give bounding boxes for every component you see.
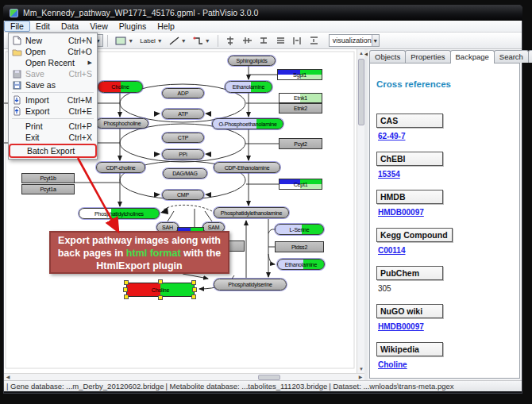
distribute-vertical-button[interactable] <box>306 34 322 48</box>
pathway-node-phosphatidylethanolamine[interactable]: Phosphatidylethanolamine <box>214 207 289 218</box>
pathway-node-atp[interactable]: ATP <box>162 109 204 119</box>
menubar-item-file[interactable]: File <box>4 21 30 32</box>
selection-handle[interactable] <box>158 295 163 300</box>
pathway-node-adp[interactable]: ADP <box>162 88 204 98</box>
status-segment: | Metabolite database: ...tabolites_1112… <box>165 382 327 391</box>
stack-vertical-button[interactable] <box>273 34 288 48</box>
panel-tabs: ObjectsPropertiesBackpageSearchLegend <box>369 50 532 63</box>
pathway-node-etnk2[interactable]: Etnk2 <box>279 103 322 114</box>
menu-icon-spacer <box>11 58 22 67</box>
pathway-node-etnk1[interactable]: Etnk1 <box>279 93 322 103</box>
selection-handle[interactable] <box>158 279 163 284</box>
pathway-node-ethanolamine[interactable]: Ethanolamine <box>277 259 325 270</box>
crossref-source-header: Wikipedia <box>376 342 443 356</box>
pathway-node-cdp-ethanolamine[interactable]: CDP-Ethanolamine <box>214 162 280 173</box>
horizontal-scroll-thumb[interactable] <box>258 375 280 380</box>
pathway-node-pcyt1b[interactable]: Pcyt1b <box>21 173 75 183</box>
file-menu-item-print[interactable]: PrintCtrl+P <box>9 121 97 132</box>
align-center-button[interactable] <box>223 34 238 48</box>
title-bar[interactable]: Mm_Kennedy_pathway_WP1771_45176.gpml - P… <box>3 5 522 21</box>
pathway-node-o-phosphoethanolamine[interactable]: O-Phosphoethanolamine <box>212 118 283 129</box>
pathway-node-sgpl1[interactable]: Sgpl1 <box>277 69 322 80</box>
file-menu-item-exit[interactable]: ExitCtrl+X <box>9 132 97 143</box>
chevron-down-icon: ▼ <box>128 38 133 44</box>
selection-handle[interactable] <box>191 294 196 299</box>
align-middle-button[interactable] <box>240 34 255 48</box>
file-menu-item-save[interactable]: SaveCtrl+S <box>9 68 97 79</box>
selection-handle[interactable] <box>123 287 128 292</box>
distribute-horizontal-button[interactable] <box>290 34 305 48</box>
connector-tool-button[interactable]: ▼ <box>191 34 213 48</box>
node-label: Sgpl1 <box>278 70 322 79</box>
node-label: Etnk2 <box>279 104 322 113</box>
crossref-link[interactable]: 15354 <box>378 170 513 179</box>
crossref-section-cas: CAS62-49-7 <box>376 113 513 140</box>
pathway-node-ptdss2[interactable]: Ptdss2 <box>275 241 324 252</box>
tab-backpage[interactable]: Backpage <box>450 50 495 63</box>
crossref-section-nugo-wiki: NuGO wikiHMDB00097 <box>376 303 513 331</box>
horizontal-scrollbar[interactable]: ◀ ▶ <box>4 373 364 380</box>
pathway-node-ppi[interactable]: PPi <box>162 149 204 160</box>
visualization-combobox[interactable]: visualization ▼ <box>329 34 380 47</box>
tab-search[interactable]: Search <box>494 50 529 63</box>
menu-item-label: Batch Export <box>27 146 75 156</box>
tab-objects[interactable]: Objects <box>369 50 406 63</box>
file-menu-item-save-as[interactable]: Save as <box>9 79 97 90</box>
visualization-dropdown-icon[interactable]: ▼ <box>372 35 379 46</box>
pathway-node-phosphocholine[interactable]: Phosphocholine <box>96 118 148 129</box>
vertical-scroll-thumb[interactable] <box>358 59 364 125</box>
pathway-node-cmp[interactable]: CMP <box>162 190 204 200</box>
selection-handle[interactable] <box>124 294 129 299</box>
selection-handle[interactable] <box>124 280 129 285</box>
crossref-section-hmdb: HMDBHMDB00097 <box>376 189 513 217</box>
crossref-link[interactable]: 62-49-7 <box>378 132 513 140</box>
file-menu-item-open-recent[interactable]: Open Recent▶ <box>9 57 97 68</box>
menu-item-label: Export <box>25 106 49 116</box>
pathway-node-cept1[interactable]: Cept1 <box>279 179 322 190</box>
label-tool-button[interactable]: Label ▼ <box>137 34 165 48</box>
gene-product-tool-button[interactable]: ▼ <box>113 34 136 48</box>
file-menu-item-export[interactable]: ExportCtrl+E <box>9 106 97 117</box>
selection-handle[interactable] <box>191 280 196 285</box>
vertical-scrollbar[interactable]: ▲ ▼ <box>357 49 364 373</box>
pathway-node-cdp-choline[interactable]: CDP-choline <box>96 162 145 173</box>
pathway-node-pcyt1a[interactable]: Pcyt1a <box>21 184 75 194</box>
pathway-node-dag-mag[interactable]: DAG/MAG <box>163 168 207 179</box>
gene-product-icon <box>115 37 126 45</box>
file-menu-item-new[interactable]: NewCtrl+N <box>9 35 97 46</box>
common-size-button[interactable] <box>256 34 272 48</box>
pathway-node-ethanolamine[interactable]: Ethanolamine <box>225 81 272 93</box>
tab-properties[interactable]: Properties <box>405 50 450 63</box>
menubar-item-view[interactable]: View <box>84 21 114 32</box>
open-folder-icon <box>11 47 22 56</box>
chevron-down-icon: ▼ <box>181 38 187 44</box>
crossref-link[interactable]: HMDB00097 <box>378 322 513 331</box>
pathway-node-choline[interactable]: Choline <box>98 81 143 93</box>
pathway-node-phosphatidylcholines[interactable]: Phosphatidylcholines <box>79 208 160 219</box>
pathway-node-phosphatidylserine[interactable]: Phosphatidylserine <box>214 279 287 290</box>
line-tool-button[interactable]: ▼ <box>167 34 189 48</box>
pathway-node-pcyt2[interactable]: Pcyt2 <box>279 138 322 149</box>
chevron-down-icon: ▼ <box>205 38 210 44</box>
file-menu-item-open[interactable]: OpenCtrl+O <box>9 46 97 57</box>
menubar-item-data[interactable]: Data <box>56 21 84 32</box>
pathway-node-sphingolipids[interactable]: Sphingolipids <box>228 56 276 66</box>
toolbar-separator <box>218 35 218 47</box>
pathway-node-l-serine[interactable]: L-Serine <box>275 224 324 235</box>
menubar-item-plugins[interactable]: Plugins <box>114 21 152 32</box>
menubar-item-help[interactable]: Help <box>152 21 180 32</box>
crossref-link[interactable]: Choline <box>378 360 513 369</box>
save-icon <box>11 69 22 79</box>
crossref-link[interactable]: C00114 <box>378 246 513 255</box>
tab-legend[interactable]: Legend <box>528 50 532 63</box>
pathway-node-ctp[interactable]: CTP <box>162 133 204 143</box>
menubar-item-edit[interactable]: Edit <box>30 21 56 32</box>
file-menu-item-batch-export[interactable]: Batch Export <box>10 145 95 156</box>
selection-handle[interactable] <box>192 287 197 292</box>
crossref-link[interactable]: HMDB00097 <box>378 208 513 217</box>
node-label: Pcyt2 <box>279 139 322 148</box>
file-menu-item-import[interactable]: ImportCtrl+M <box>9 94 97 106</box>
menu-item-shortcut: Ctrl+X <box>69 133 92 142</box>
side-panel: ObjectsPropertiesBackpageSearchLegend Cr… <box>368 49 522 380</box>
toolbar-separator <box>107 35 108 47</box>
